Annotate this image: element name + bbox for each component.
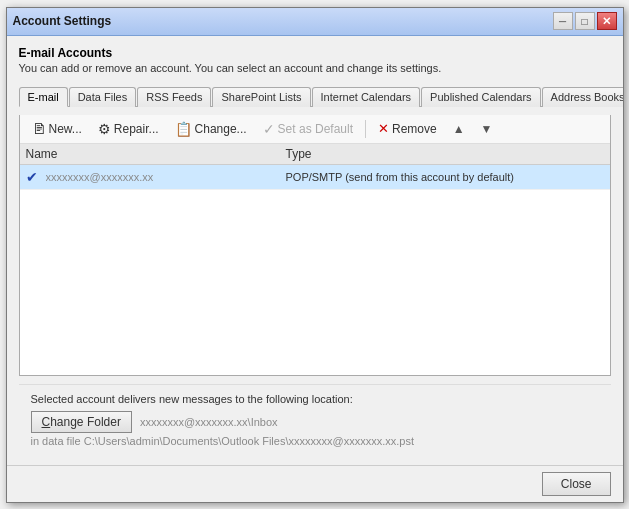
accounts-list-body: ✔ xxxxxxxx@xxxxxxx.xx POP/SMTP (send fro… [20, 165, 610, 375]
bottom-bar: Close [7, 465, 623, 502]
change-label: Change... [195, 122, 247, 136]
remove-button[interactable]: ✕ Remove [372, 119, 443, 138]
type-column-header: Type [286, 147, 604, 161]
checkmark-icon: ✔ [26, 169, 38, 185]
list-header: Name Type [20, 144, 610, 165]
new-button[interactable]: 🖹 New... [26, 119, 88, 139]
account-name: xxxxxxxx@xxxxxxx.xx [46, 171, 286, 183]
window-title: Account Settings [13, 14, 112, 28]
new-label: New... [49, 122, 82, 136]
section-description: You can add or remove an account. You ca… [19, 62, 611, 74]
remove-icon: ✕ [378, 121, 389, 136]
title-bar-controls: ─ □ ✕ [553, 12, 617, 30]
arrow-up-icon: ▲ [453, 122, 465, 136]
tab-published-calendars[interactable]: Published Calendars [421, 87, 541, 107]
change-folder-label: Change Folder [42, 415, 121, 429]
tab-rss-feeds[interactable]: RSS Feeds [137, 87, 211, 107]
tabs-container: E-mail Data Files RSS Feeds SharePoint L… [19, 86, 611, 107]
accounts-list-area: Name Type ✔ xxxxxxxx@xxxxxxx.xx POP/SMTP… [20, 144, 610, 375]
name-column-header: Name [26, 147, 286, 161]
tab-address-books[interactable]: Address Books [542, 87, 623, 107]
footer-section: Selected account delivers new messages t… [19, 384, 611, 455]
footer-description: Selected account delivers new messages t… [31, 393, 599, 405]
toolbar-separator [365, 120, 366, 138]
title-bar: Account Settings ─ □ ✕ [7, 8, 623, 36]
footer-row: Change Folder xxxxxxxx@xxxxxxx.xx\Inbox [31, 411, 599, 433]
email-toolbar: 🖹 New... ⚙ Repair... 📋 Change... ✓ Set a… [20, 115, 610, 144]
remove-label: Remove [392, 122, 437, 136]
change-icon: 📋 [175, 121, 192, 137]
change-button[interactable]: 📋 Change... [169, 119, 253, 139]
set-default-button[interactable]: ✓ Set as Default [257, 119, 359, 139]
tab-internet-calendars[interactable]: Internet Calendars [312, 87, 421, 107]
repair-icon: ⚙ [98, 121, 111, 137]
change-folder-button[interactable]: Change Folder [31, 411, 132, 433]
account-settings-window: Account Settings ─ □ ✕ E-mail Accounts Y… [6, 7, 624, 503]
table-row[interactable]: ✔ xxxxxxxx@xxxxxxx.xx POP/SMTP (send fro… [20, 165, 610, 190]
tab-panel-email: 🖹 New... ⚙ Repair... 📋 Change... ✓ Set a… [19, 115, 611, 376]
account-selected-icon: ✔ [26, 169, 46, 185]
set-default-label: Set as Default [278, 122, 353, 136]
new-icon: 🖹 [32, 121, 46, 137]
data-file-path: in data file C:\Users\admin\Documents\Ou… [31, 435, 599, 447]
repair-button[interactable]: ⚙ Repair... [92, 119, 165, 139]
window-close-button[interactable]: ✕ [597, 12, 617, 30]
account-type: POP/SMTP (send from this account by defa… [286, 171, 604, 183]
folder-path: xxxxxxxx@xxxxxxx.xx\Inbox [140, 416, 278, 428]
set-default-icon: ✓ [263, 121, 275, 137]
close-button[interactable]: Close [542, 472, 611, 496]
section-title: E-mail Accounts [19, 46, 611, 60]
tab-data-files[interactable]: Data Files [69, 87, 137, 107]
move-up-button[interactable]: ▲ [447, 120, 471, 138]
arrow-down-icon: ▼ [481, 122, 493, 136]
tab-email[interactable]: E-mail [19, 87, 68, 107]
maximize-button[interactable]: □ [575, 12, 595, 30]
move-down-button[interactable]: ▼ [475, 120, 499, 138]
section-header-area: E-mail Accounts You can add or remove an… [19, 46, 611, 74]
tab-sharepoint-lists[interactable]: SharePoint Lists [212, 87, 310, 107]
main-content: E-mail Accounts You can add or remove an… [7, 36, 623, 465]
minimize-button[interactable]: ─ [553, 12, 573, 30]
repair-label: Repair... [114, 122, 159, 136]
